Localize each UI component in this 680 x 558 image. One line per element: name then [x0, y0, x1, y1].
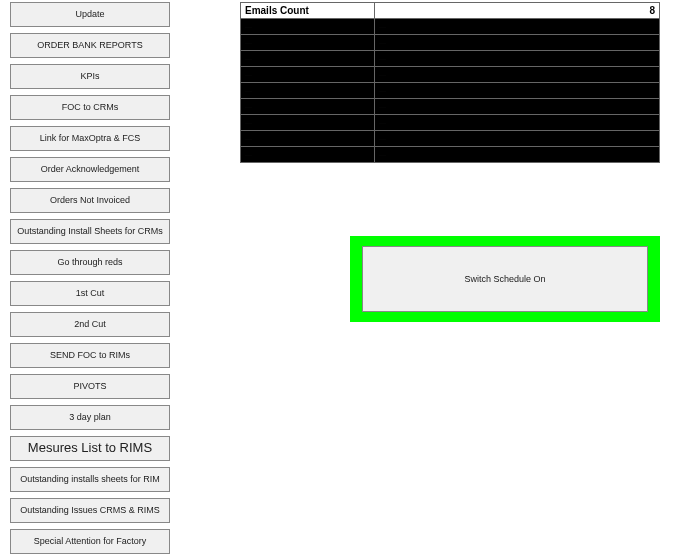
table-row: —— — [241, 115, 660, 131]
three-day-plan-button[interactable]: 3 day plan — [10, 405, 170, 430]
foc-to-crms-button[interactable]: FOC to CRMs — [10, 95, 170, 120]
email-address-cell: — — [375, 147, 660, 163]
emails-table: Emails Count 8 —— —— —— —— —— —— —— —— —… — [240, 2, 660, 163]
email-address-cell: — — [375, 51, 660, 67]
emails-count-value: 8 — [375, 3, 660, 19]
email-address-cell: — — [375, 115, 660, 131]
switch-frame: Switch Schedule On — [350, 236, 660, 322]
go-through-reds-button[interactable]: Go through reds — [10, 250, 170, 275]
email-address-cell: — — [375, 19, 660, 35]
order-ack-button[interactable]: Order Acknowledgement — [10, 157, 170, 182]
email-address-cell: — — [375, 99, 660, 115]
table-row: —— — [241, 67, 660, 83]
table-row: —— — [241, 131, 660, 147]
kpis-button[interactable]: KPIs — [10, 64, 170, 89]
email-name-cell: — — [241, 99, 375, 115]
email-name-cell: — — [241, 115, 375, 131]
email-name-cell: — — [241, 35, 375, 51]
main-area: Emails Count 8 —— —— —— —— —— —— —— —— —… — [180, 0, 680, 558]
table-row: —— — [241, 19, 660, 35]
order-bank-reports-button[interactable]: ORDER BANK REPORTS — [10, 33, 170, 58]
outstanding-install-crms-button[interactable]: Outstanding Install Sheets for CRMs — [10, 219, 170, 244]
email-name-cell: — — [241, 131, 375, 147]
outstanding-install-rim-button[interactable]: Outstanding installs sheets for RIM — [10, 467, 170, 492]
orders-not-invoiced-button[interactable]: Orders Not Invoiced — [10, 188, 170, 213]
email-name-cell: — — [241, 147, 375, 163]
send-foc-rims-button[interactable]: SEND FOC to RIMs — [10, 343, 170, 368]
table-row: —— — [241, 83, 660, 99]
special-attention-factory-button[interactable]: Special Attention for Factory — [10, 529, 170, 554]
table-row: —— — [241, 99, 660, 115]
email-name-cell: — — [241, 83, 375, 99]
email-name-cell: — — [241, 19, 375, 35]
table-row: —— — [241, 51, 660, 67]
second-cut-button[interactable]: 2nd Cut — [10, 312, 170, 337]
email-address-cell: — — [375, 131, 660, 147]
emails-count-label: Emails Count — [241, 3, 375, 19]
email-address-cell: — — [375, 83, 660, 99]
outstanding-issues-button[interactable]: Outstanding Issues CRMS & RIMS — [10, 498, 170, 523]
update-button[interactable]: Update — [10, 2, 170, 27]
email-address-cell: — — [375, 35, 660, 51]
sidebar: Update ORDER BANK REPORTS KPIs FOC to CR… — [0, 0, 180, 558]
link-maxoptra-fcs-button[interactable]: Link for MaxOptra & FCS — [10, 126, 170, 151]
measures-list-rims-button[interactable]: Mesures List to RIMS — [10, 436, 170, 461]
table-row: —— — [241, 35, 660, 51]
table-row: —— — [241, 147, 660, 163]
email-address-cell: — — [375, 67, 660, 83]
switch-schedule-button[interactable]: Switch Schedule On — [362, 246, 648, 312]
first-cut-button[interactable]: 1st Cut — [10, 281, 170, 306]
pivots-button[interactable]: PIVOTS — [10, 374, 170, 399]
email-name-cell: — — [241, 51, 375, 67]
email-name-cell: — — [241, 67, 375, 83]
